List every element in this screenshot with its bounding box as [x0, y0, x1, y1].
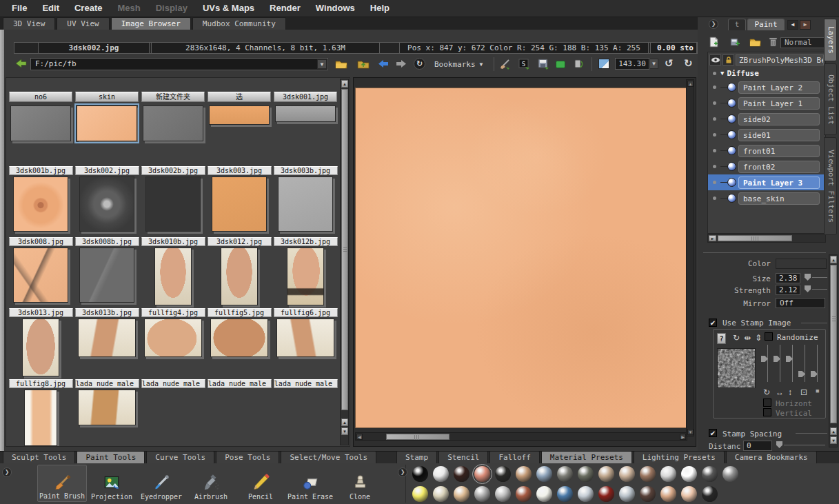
material-sphere-2-6[interactable]	[516, 486, 532, 502]
side-tab-layers[interactable]: Layers	[824, 19, 837, 61]
view-tab-uv-view[interactable]: UV View	[57, 17, 109, 30]
strength-value[interactable]: 2.12	[776, 285, 800, 295]
tool-clone[interactable]: Clone	[335, 465, 385, 502]
material-sphere-1-3[interactable]	[454, 466, 469, 482]
stamp-rotate-icon[interactable]: ↻	[733, 333, 740, 343]
thumbnail-3dsk001b-jpg[interactable]	[10, 105, 71, 141]
folder-tab-skin[interactable]: skin	[75, 92, 139, 102]
tab-stencil[interactable]: Stencil	[438, 451, 488, 463]
material-sphere-1-5[interactable]	[495, 466, 511, 482]
stamp-preview-toggle[interactable]: ?	[717, 333, 726, 344]
thumbnail-3dsk003-jpg[interactable]	[209, 105, 270, 125]
tab-camera-bookmarks[interactable]: Camera Bookmarks	[726, 451, 817, 463]
panel-scroll-thumb[interactable]	[830, 265, 837, 423]
thumbnail-lada-nude-male[interactable]	[144, 319, 202, 357]
randomize-slider-track[interactable]	[767, 345, 768, 382]
path-input[interactable]: F:/pic/fb	[30, 58, 328, 70]
preview-vertical-scrollbar[interactable]: ▲ ▼	[686, 79, 694, 436]
layer-hscroll-thumb[interactable]	[718, 235, 792, 241]
tab-curve-tools[interactable]: Curve Tools	[146, 451, 214, 463]
stamp-spacing-checkbox[interactable]: ✔	[709, 429, 717, 437]
tab-material-presets[interactable]: Material Presets	[541, 451, 632, 463]
tray-expander-icon[interactable]: ❯	[709, 19, 718, 29]
randomize-slider-track[interactable]	[805, 345, 805, 382]
layer-row-paint-layer-2[interactable]: Paint Layer 2	[708, 79, 825, 95]
material-sphere-1-11[interactable]	[619, 466, 635, 482]
randomize-square-icon[interactable]: ■	[816, 387, 819, 394]
menu-edit[interactable]: Edit	[34, 0, 67, 17]
menu-help[interactable]: Help	[363, 0, 397, 17]
tab-sculpt-tools[interactable]: Sculpt Tools	[3, 451, 75, 463]
menu-render[interactable]: Render	[262, 0, 308, 17]
visibility-eye-icon[interactable]	[709, 54, 721, 65]
thumbnail-fullfig5-jpg[interactable]	[221, 248, 258, 305]
distance-slider-handle[interactable]	[776, 441, 782, 448]
material-sphere-2-1[interactable]	[412, 486, 428, 502]
material-sphere-2-8[interactable]	[557, 486, 573, 502]
randomize-offset-icon[interactable]: ⊡	[800, 387, 807, 397]
mirror-select[interactable]: Off	[776, 298, 825, 308]
folder-tab-3dsk001-jpg[interactable]: 3dsk001.jpg	[274, 92, 337, 102]
randomize-width-icon[interactable]: ↔	[776, 387, 784, 397]
material-sphere-1-14[interactable]	[681, 466, 697, 482]
distance-value[interactable]: 0	[743, 441, 772, 451]
layer-row-paint-layer-3[interactable]: Paint Layer 3	[708, 174, 825, 190]
grid-scrollbar[interactable]: ▲ ▲ ▼	[340, 79, 349, 445]
stamp-flip-horizontal-icon[interactable]: ⇹	[744, 333, 751, 343]
thumbnail-3dsk010b-jpg[interactable]	[145, 177, 201, 232]
thumbnail-fullfig6-jpg[interactable]	[287, 248, 324, 305]
scroll-up-icon[interactable]: ▲	[341, 80, 348, 88]
lock-icon[interactable]	[722, 54, 734, 65]
layer-row-paint-layer-1[interactable]: Paint Layer 1	[708, 95, 825, 111]
material-sphere-2-3[interactable]	[454, 486, 469, 502]
menu-create[interactable]: Create	[67, 0, 110, 17]
grid-scrollbar-thumb[interactable]	[341, 89, 348, 410]
tool-paint-erase[interactable]: Paint Erase	[285, 465, 335, 502]
tab-lighting-presets[interactable]: Lighting Presets	[634, 451, 725, 463]
scroll-down-icon[interactable]: ▼	[830, 436, 837, 444]
material-sphere-2-7[interactable]	[536, 486, 552, 502]
distance-slider-track[interactable]	[784, 445, 825, 445]
randomize-checkbox[interactable]: ✔	[765, 332, 773, 341]
thumbnail-lada-nude-male[interactable]	[78, 319, 136, 357]
thumbnail-3dsk008-jpg[interactable]	[13, 177, 68, 232]
material-sphere-1-1[interactable]	[412, 466, 428, 482]
diffuse-group-row[interactable]: ▼ Diffuse	[708, 67, 825, 79]
material-sphere-1-13[interactable]	[660, 466, 676, 482]
tab-falloff[interactable]: Falloff	[489, 451, 539, 463]
thumbnail-partial[interactable]	[78, 390, 136, 425]
thumbnail-3dsk002b-jpg[interactable]	[143, 105, 203, 141]
redo-icon[interactable]: ↻	[684, 57, 693, 70]
tray-tab-paint[interactable]: Paint	[747, 19, 785, 30]
material-sphere-1-8[interactable]	[557, 466, 573, 482]
image-preview-pane[interactable]: ◀ ▶ ▲ ▼	[353, 77, 696, 447]
delete-layer-icon[interactable]	[767, 36, 780, 48]
tray-next-icon[interactable]: ▶	[800, 20, 811, 30]
tool-dry[interactable]: Dry	[385, 465, 397, 502]
layer-list-hscrollbar[interactable]: ◀ ◀ ▶	[707, 234, 826, 243]
layer-row-side01[interactable]: side01	[708, 127, 825, 143]
size-slider-handle[interactable]	[805, 274, 811, 281]
collapse-triangle-icon[interactable]: ▼	[720, 70, 724, 77]
thumbnail-3dsk013-jpg[interactable]	[13, 248, 68, 303]
scroll-right-icon[interactable]: ▶	[709, 235, 716, 241]
preview-hscroll-thumb[interactable]	[386, 434, 449, 440]
folder-tab-item[interactable]: 新建文件夹	[141, 92, 205, 102]
material-sphere-2-13[interactable]	[660, 486, 676, 502]
thumbnail-3dsk008b-jpg[interactable]	[79, 177, 134, 232]
thumbnail-3dsk012-jpg[interactable]	[212, 177, 267, 232]
set-stencil-icon[interactable]: S	[518, 59, 531, 70]
refresh-icon[interactable]: ↻	[414, 58, 425, 70]
stamp-image-thumbnail[interactable]	[717, 348, 756, 388]
set-stamp-icon[interactable]	[499, 59, 512, 70]
tool-airbrush[interactable]: Airbrush	[186, 465, 236, 502]
bookmarks-button[interactable]: Bookmarks ▼	[432, 58, 489, 70]
layer-row-front02[interactable]: front02	[708, 159, 825, 174]
material-sphere-1-12[interactable]	[640, 466, 656, 482]
material-sphere-1-4[interactable]	[474, 466, 490, 482]
stamp-flip-vertical-icon[interactable]: ⇕	[755, 333, 762, 343]
tray-tab-partial[interactable]: t	[728, 19, 746, 30]
material-sphere-1-7[interactable]	[536, 466, 552, 482]
layer-row-base-skin[interactable]: base_skin	[708, 190, 825, 206]
material-sphere-2-5[interactable]	[495, 486, 511, 502]
